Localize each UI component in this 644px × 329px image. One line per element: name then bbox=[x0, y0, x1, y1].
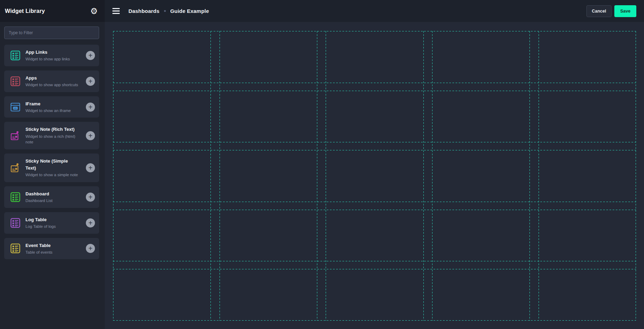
widget-title: IFrame bbox=[25, 100, 84, 107]
topbar: Dashboards Guide Example Cancel Save bbox=[105, 0, 644, 22]
widget-title: App Links bbox=[25, 49, 84, 56]
widget-text: Sticky Note (Simple Text)Widget to show … bbox=[25, 158, 86, 178]
grid-line-horizontal bbox=[113, 31, 636, 31]
widget-title: Log Table bbox=[25, 216, 84, 223]
note-icon bbox=[10, 162, 21, 173]
grid-line-horizontal bbox=[113, 320, 636, 321]
app-root: Widget Library ⚙ App LinksWidget to show… bbox=[0, 0, 644, 329]
grid-line-horizontal bbox=[113, 210, 636, 210]
note-icon bbox=[10, 130, 21, 141]
widget-library-sidebar: Widget Library ⚙ App LinksWidget to show… bbox=[0, 0, 105, 329]
widget-title: Dashboard bbox=[25, 190, 84, 197]
list-icon bbox=[10, 76, 21, 87]
grid-line-vertical bbox=[530, 31, 530, 321]
widget-card-apps[interactable]: AppsWidget to show app shortcuts+ bbox=[4, 70, 99, 92]
widget-text: IFrameWidget to show an iframe bbox=[25, 100, 86, 114]
cancel-button[interactable]: Cancel bbox=[586, 5, 612, 17]
widget-description: Log Table of logs bbox=[25, 224, 84, 230]
add-widget-button[interactable]: + bbox=[86, 77, 95, 86]
add-widget-button[interactable]: + bbox=[86, 103, 95, 112]
grid-line-vertical bbox=[432, 31, 432, 321]
widget-title: Apps bbox=[25, 75, 84, 82]
widget-description: Widget to show a rich (html) note bbox=[25, 134, 84, 145]
save-button[interactable]: Save bbox=[614, 5, 636, 17]
widget-card-dashboard[interactable]: DashboardDashboard List+ bbox=[4, 186, 99, 208]
topbar-actions: Cancel Save bbox=[586, 5, 636, 17]
main-column: Dashboards Guide Example Cancel Save bbox=[105, 0, 644, 329]
widget-description: Widget to show app shortcuts bbox=[25, 82, 84, 88]
widget-card-iframe[interactable]: </>IFrameWidget to show an iframe+ bbox=[4, 96, 99, 118]
widget-description: Widget to show app links bbox=[25, 56, 84, 62]
grid-line-vertical bbox=[220, 31, 220, 321]
list-icon bbox=[10, 217, 21, 229]
widget-description: Table of events bbox=[25, 249, 84, 255]
widget-text: DashboardDashboard List bbox=[25, 190, 86, 204]
grid-line-vertical bbox=[423, 31, 424, 321]
list-icon bbox=[10, 243, 21, 254]
list-icon bbox=[10, 50, 21, 61]
breadcrumb-dashboards[interactable]: Dashboards bbox=[128, 8, 160, 14]
breadcrumb-separator-dot bbox=[164, 10, 166, 12]
grid-line-vertical bbox=[317, 31, 317, 321]
breadcrumb-current: Guide Example bbox=[170, 8, 209, 14]
widget-description: Widget to show an iframe bbox=[25, 108, 84, 114]
add-widget-button[interactable]: + bbox=[86, 51, 95, 60]
widget-text: Sticky Note (Rich Text)Widget to show a … bbox=[25, 126, 86, 145]
dashboard-canvas[interactable] bbox=[105, 22, 644, 329]
sidebar-body: App LinksWidget to show app links+ AppsW… bbox=[0, 22, 105, 329]
grid-line-vertical bbox=[326, 31, 326, 321]
grid-line-vertical bbox=[539, 31, 539, 321]
widget-text: AppsWidget to show app shortcuts bbox=[25, 75, 86, 88]
list-icon bbox=[10, 192, 21, 203]
widget-card-sticky-note-rich-text[interactable]: Sticky Note (Rich Text)Widget to show a … bbox=[4, 122, 99, 149]
widget-list: App LinksWidget to show app links+ AppsW… bbox=[4, 45, 99, 259]
grid-line-horizontal bbox=[113, 261, 636, 261]
grid-line-vertical bbox=[113, 31, 113, 321]
add-widget-button[interactable]: + bbox=[86, 218, 95, 227]
iframe-icon: </> bbox=[10, 102, 21, 113]
widget-text: Event TableTable of events bbox=[25, 242, 86, 255]
add-widget-button[interactable]: + bbox=[86, 131, 95, 140]
widget-description: Widget to show a simple note bbox=[25, 172, 84, 178]
widget-card-event-table[interactable]: Event TableTable of events+ bbox=[4, 238, 99, 260]
grid-line-horizontal bbox=[113, 91, 636, 91]
grid-line-horizontal bbox=[113, 202, 636, 202]
grid-line-horizontal bbox=[113, 150, 636, 150]
menu-icon[interactable] bbox=[112, 8, 120, 14]
add-widget-button[interactable]: + bbox=[86, 244, 95, 253]
widget-title: Sticky Note (Rich Text) bbox=[25, 126, 84, 133]
grid-line-vertical bbox=[210, 31, 211, 321]
sidebar-header: Widget Library ⚙ bbox=[0, 0, 105, 22]
widget-card-app-links[interactable]: App LinksWidget to show app links+ bbox=[4, 45, 99, 66]
grid-line-horizontal bbox=[113, 269, 636, 269]
dashboard-grid bbox=[113, 31, 636, 321]
breadcrumb: Dashboards Guide Example bbox=[128, 8, 209, 14]
svg-text:</>: </> bbox=[14, 107, 17, 109]
grid-line-horizontal bbox=[113, 83, 636, 83]
widget-title: Event Table bbox=[25, 242, 84, 249]
add-widget-button[interactable]: + bbox=[86, 193, 95, 202]
add-widget-button[interactable]: + bbox=[86, 163, 95, 172]
grid-line-vertical bbox=[636, 31, 636, 321]
widget-title: Sticky Note (Simple Text) bbox=[25, 158, 71, 172]
filter-input[interactable] bbox=[4, 27, 99, 39]
widget-description: Dashboard List bbox=[25, 198, 84, 204]
widget-text: App LinksWidget to show app links bbox=[25, 49, 86, 62]
widget-card-sticky-note-simple-text[interactable]: Sticky Note (Simple Text)Widget to show … bbox=[4, 154, 99, 182]
sidebar-title: Widget Library bbox=[5, 8, 45, 14]
widget-text: Log TableLog Table of logs bbox=[25, 216, 86, 230]
gear-icon[interactable]: ⚙ bbox=[90, 7, 98, 15]
grid-line-horizontal bbox=[113, 142, 636, 142]
widget-card-log-table[interactable]: Log TableLog Table of logs+ bbox=[4, 212, 99, 234]
